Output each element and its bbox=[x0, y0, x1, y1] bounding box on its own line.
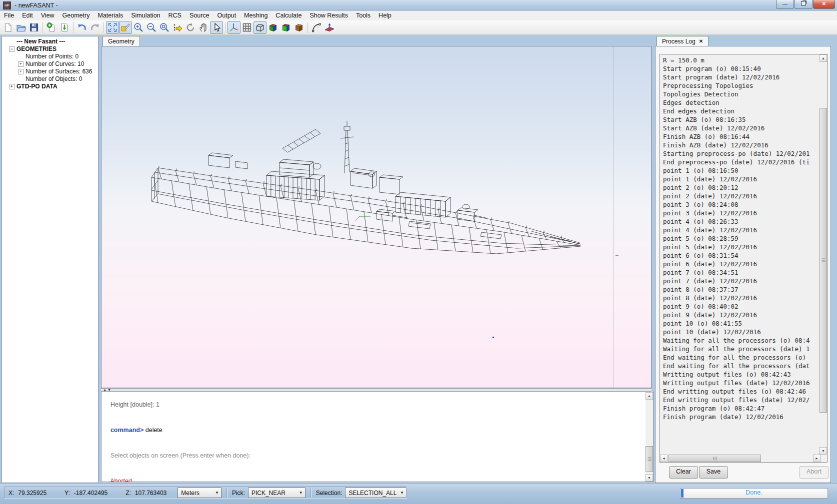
menu-item[interactable]: Tools bbox=[352, 11, 374, 20]
console-vertical-scrollbar[interactable]: ▲ ▼ bbox=[646, 392, 653, 482]
menu-item[interactable]: Simulation bbox=[127, 11, 164, 20]
window-title: - newFASANT - bbox=[14, 2, 58, 9]
textured-view-button[interactable] bbox=[292, 21, 306, 34]
undo-button[interactable] bbox=[76, 21, 88, 34]
log-line: point 3 (o) 08:24:08 bbox=[663, 200, 820, 209]
tab-geometry[interactable]: Geometry bbox=[102, 36, 140, 46]
tree-item[interactable]: − GEOMETRIES bbox=[2, 45, 98, 53]
tree-item[interactable]: + Number of Surfaces: 636 bbox=[2, 68, 98, 75]
restore-button[interactable] bbox=[794, 0, 812, 9]
log-line: point 6 (date) 12/02/2016 bbox=[663, 260, 820, 268]
process-log-textarea[interactable]: R = 150.0 mStart program (o) 08:15:40Sta… bbox=[660, 54, 828, 463]
zoom-window-button[interactable] bbox=[158, 21, 171, 34]
select-cursor-button[interactable] bbox=[210, 21, 223, 34]
scroll-right-icon[interactable]: ► bbox=[813, 455, 820, 462]
tree-item[interactable]: + GTD-PO DATA bbox=[2, 83, 98, 90]
menu-item[interactable]: Geometry bbox=[58, 11, 94, 20]
tree-item-label: Number of Surfaces: 636 bbox=[26, 68, 92, 75]
splitter-arrows-icon[interactable]: ▲▼ bbox=[103, 389, 112, 391]
clear-button[interactable]: Clear bbox=[669, 466, 698, 479]
tree-expander-icon[interactable]: + bbox=[9, 84, 14, 89]
offset-view-button[interactable] bbox=[171, 21, 184, 34]
new-file-button[interactable] bbox=[2, 21, 14, 34]
menu-item[interactable]: Help bbox=[374, 11, 396, 20]
toolbar-separator bbox=[104, 22, 104, 33]
scroll-left-icon[interactable]: ◄ bbox=[660, 455, 668, 462]
solid-green-view-button[interactable] bbox=[280, 21, 292, 34]
new-geometry-button[interactable] bbox=[45, 21, 58, 34]
scroll-thumb[interactable] bbox=[668, 455, 761, 462]
import-geometry-button[interactable] bbox=[58, 21, 71, 34]
rotate-view-button[interactable] bbox=[184, 21, 197, 34]
tree-item-label: Number of Points: 0 bbox=[26, 53, 78, 60]
sash-grip-icon bbox=[616, 255, 618, 261]
log-line: End writting output files (date) 12/02/ bbox=[663, 396, 820, 404]
zoom-out-button[interactable] bbox=[145, 21, 158, 34]
tab-process-log[interactable]: Process Log ✕ bbox=[656, 36, 708, 46]
show-axes-button[interactable] bbox=[228, 21, 240, 34]
coordinates-group: X: 79.325925 Y: -187.402495 Z: 107.76340… bbox=[4, 487, 407, 499]
log-line: point 2 (o) 08:20:12 bbox=[663, 183, 820, 192]
log-vertical-scrollbar[interactable]: ▲ ▼ bbox=[820, 54, 827, 455]
menu-item[interactable]: Calculate bbox=[272, 11, 306, 20]
curve-arc-tool-button[interactable] bbox=[310, 21, 323, 34]
edit-geometry-button[interactable] bbox=[119, 21, 132, 34]
selection-select[interactable]: SELECTION_ALL▼ bbox=[345, 488, 406, 498]
tab-close-icon[interactable]: ✕ bbox=[699, 39, 703, 44]
tree-item[interactable]: Number of Points: 0 bbox=[2, 53, 98, 60]
log-line: Edges detection bbox=[663, 98, 820, 107]
surface-normal-tool-button[interactable] bbox=[323, 21, 336, 34]
units-select[interactable]: Meters▼ bbox=[178, 488, 222, 498]
menu-item[interactable]: Source bbox=[186, 11, 214, 20]
menu-item[interactable]: Show Results bbox=[306, 11, 352, 20]
scroll-thumb[interactable] bbox=[820, 108, 827, 413]
open-file-button[interactable] bbox=[14, 21, 28, 34]
menu-item[interactable]: Materials bbox=[94, 11, 127, 20]
toolbar-separator bbox=[308, 22, 308, 33]
log-horizontal-scrollbar[interactable]: ◄ ► bbox=[660, 455, 820, 462]
log-line: Start program (o) 08:15:40 bbox=[663, 64, 820, 73]
menu-item[interactable]: Meshing bbox=[240, 11, 272, 20]
viewport-right-sash[interactable] bbox=[614, 46, 620, 388]
menu-item[interactable]: File bbox=[0, 11, 18, 20]
solid-rgb-view-button[interactable] bbox=[266, 21, 280, 34]
scroll-up-icon[interactable]: ▲ bbox=[820, 54, 827, 62]
abort-button[interactable]: Abort bbox=[800, 466, 828, 479]
tree-item[interactable]: --- New Fasant --- bbox=[2, 38, 98, 45]
minimize-button[interactable]: — bbox=[776, 0, 794, 9]
zoom-in-button[interactable] bbox=[132, 21, 145, 34]
x-label: X: bbox=[8, 490, 14, 497]
tree-item[interactable]: Number of Objects: 0 bbox=[2, 75, 98, 83]
tree-expander-icon[interactable]: + bbox=[18, 69, 24, 74]
tree-expander-icon[interactable]: − bbox=[9, 46, 14, 52]
menu-item[interactable]: RCS bbox=[164, 11, 186, 20]
toolbar-separator bbox=[42, 22, 43, 33]
menu-item[interactable]: View bbox=[37, 11, 58, 20]
geometry-viewport[interactable] bbox=[101, 46, 652, 388]
menu-item[interactable]: Edit bbox=[18, 11, 37, 20]
save-log-button[interactable]: Save bbox=[699, 466, 728, 479]
app-icon: nF bbox=[3, 1, 11, 9]
console-prompt: command> bbox=[110, 427, 144, 434]
scroll-down-icon[interactable]: ▼ bbox=[646, 474, 653, 482]
close-button[interactable]: ✕ bbox=[813, 0, 835, 9]
pick-select[interactable]: PICK_NEAR▼ bbox=[248, 488, 306, 498]
scroll-thumb[interactable] bbox=[646, 446, 653, 472]
redo-button[interactable] bbox=[88, 21, 102, 34]
wireframe-view-button[interactable] bbox=[254, 21, 266, 34]
scroll-down-icon[interactable]: ▼ bbox=[820, 447, 827, 455]
viewport-console-splitter[interactable]: ▲▼ bbox=[101, 388, 652, 392]
tree-item[interactable]: + Number of Curves: 10 bbox=[2, 60, 98, 68]
scroll-up-icon[interactable]: ▲ bbox=[646, 392, 653, 400]
save-button[interactable] bbox=[28, 21, 40, 34]
log-line: Topologies Detection bbox=[663, 90, 820, 98]
log-line: Preprocessing Topologies bbox=[663, 81, 820, 90]
tree-item-label: Number of Objects: 0 bbox=[26, 75, 82, 83]
menu-bar: FileEditViewGeometryMaterialsSimulationR… bbox=[0, 11, 837, 21]
command-console[interactable]: Height [double]: 1 command> delete Selec… bbox=[101, 392, 654, 482]
tree-expander-icon[interactable]: + bbox=[18, 61, 24, 67]
menu-item[interactable]: Output bbox=[214, 11, 240, 20]
pan-button[interactable] bbox=[197, 21, 210, 34]
show-grid-button[interactable] bbox=[240, 21, 254, 34]
fit-view-button[interactable] bbox=[106, 21, 119, 34]
